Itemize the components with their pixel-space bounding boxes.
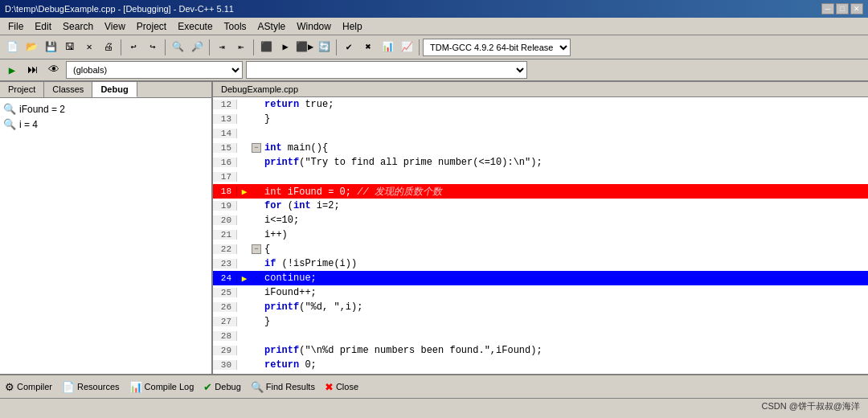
chart-button[interactable]: 📊 — [379, 39, 396, 56]
code-line-31: 31 } — [213, 372, 868, 374]
line-code-19: for (int i=2; — [261, 200, 868, 211]
code-line-28: 28 — [213, 329, 868, 343]
code-line-21: 21 i++) — [213, 227, 868, 242]
debug-watch-button[interactable]: 👁 — [45, 61, 63, 79]
line-number-24: 24 — [213, 273, 237, 283]
unindent-button[interactable]: ⇤ — [232, 39, 250, 56]
debug-tab-label: Debug — [215, 382, 240, 391]
indent-button[interactable]: ⇥ — [213, 39, 231, 56]
fold-22[interactable]: − — [252, 244, 261, 254]
code-line-15: 15− int main(){ — [213, 141, 868, 155]
rebuild-button[interactable]: 🔄 — [315, 39, 333, 56]
menu-tools[interactable]: Tools — [219, 19, 252, 34]
line-code-12: return true; — [261, 99, 868, 110]
line-code-18: int iFound = 0; // 发现的质数个数 — [261, 185, 868, 199]
compile-run-button[interactable]: ⬛▶ — [296, 39, 313, 56]
bottom-tab-compiler[interactable]: ⚙ Compiler — [5, 381, 52, 393]
code-area[interactable]: 12 return true;13 }1415− int main(){16 p… — [213, 97, 868, 374]
menu-window[interactable]: Window — [292, 19, 336, 34]
line-number-15: 15 — [213, 143, 237, 153]
debug-next-button[interactable]: ⏭ — [24, 61, 42, 79]
scope-select[interactable]: (globals) — [66, 61, 243, 79]
minimize-button[interactable]: ─ — [821, 3, 834, 14]
separator-2 — [165, 39, 166, 55]
debug-step-button[interactable]: ▶ — [3, 61, 21, 79]
line-marker-18: ▶ — [237, 186, 252, 197]
line-code-16: printf("Try to find all prime number(<=1… — [261, 157, 868, 168]
bottom-tab-debug[interactable]: ✔ Debug — [203, 381, 240, 393]
line-number-19: 19 — [213, 201, 237, 211]
menu-execute[interactable]: Execute — [173, 19, 217, 34]
compile-log-icon: 📊 — [129, 381, 142, 393]
compile-button[interactable]: ⬛ — [257, 39, 275, 56]
tab-classes[interactable]: Classes — [44, 82, 92, 97]
title-text: D:\temp\DebugExample.cpp - [Debugging] -… — [5, 4, 234, 14]
find-results-tab-label: Find Results — [266, 382, 315, 391]
value-select[interactable] — [246, 61, 527, 79]
run-button[interactable]: ▶ — [276, 39, 294, 56]
new-button[interactable]: 📄 — [3, 39, 21, 56]
tab-project[interactable]: Project — [0, 82, 44, 97]
open-button[interactable]: 📂 — [23, 39, 40, 56]
menu-search[interactable]: Search — [58, 19, 98, 34]
bottom-tab-compile-log[interactable]: 📊 Compile Log — [129, 381, 194, 393]
undo-button[interactable]: ↩ — [125, 39, 142, 56]
line-number-23: 23 — [213, 259, 237, 268]
stop-button[interactable]: ✖ — [359, 39, 377, 56]
bottom-tab-close[interactable]: ✖ Close — [325, 381, 358, 393]
code-line-30: 30 return 0; — [213, 358, 868, 372]
chart2-button[interactable]: 📈 — [398, 39, 416, 56]
debug-button[interactable]: ✔ — [340, 39, 358, 56]
maximize-button[interactable]: □ — [836, 3, 849, 14]
close-file-button[interactable]: ✕ — [80, 39, 98, 56]
line-code-24: continue; — [261, 273, 868, 284]
bottom-tab-resources[interactable]: 📄 Resources — [62, 381, 120, 393]
redo-button[interactable]: ↪ — [144, 39, 162, 56]
line-number-30: 30 — [213, 360, 237, 370]
bottom-tabs: ⚙ Compiler 📄 Resources 📊 Compile Log ✔ D… — [0, 374, 868, 398]
line-code-27: } — [261, 316, 868, 327]
menu-file[interactable]: File — [3, 19, 28, 34]
line-code-21: i++) — [261, 229, 868, 240]
replace-button[interactable]: 🔎 — [188, 39, 206, 56]
line-number-12: 12 — [213, 100, 237, 109]
save-button[interactable]: 💾 — [42, 39, 59, 56]
tab-debug[interactable]: Debug — [92, 82, 137, 97]
code-line-17: 17 — [213, 170, 868, 184]
fold-15[interactable]: − — [252, 143, 261, 153]
debug-check-icon: ✔ — [203, 381, 212, 393]
line-number-18: 18 — [213, 186, 237, 196]
code-line-26: 26 printf("%d, ",i); — [213, 300, 868, 314]
line-code-25: iFound++; — [261, 287, 868, 298]
bottom-tab-find-results[interactable]: 🔍 Find Results — [251, 381, 315, 393]
line-number-16: 16 — [213, 158, 237, 167]
menu-edit[interactable]: Edit — [30, 19, 56, 34]
code-line-29: 29 printf("\n%d prime numbers been found… — [213, 343, 868, 358]
menu-project[interactable]: Project — [132, 19, 171, 34]
menu-view[interactable]: View — [100, 19, 130, 34]
debug-icon-i: 🔍 — [3, 118, 16, 130]
panel-tabs: Project Classes Debug — [0, 82, 211, 98]
line-code-22: { — [261, 244, 868, 255]
toolbar-debug: ▶ ⏭ 👁 (globals) — [0, 59, 868, 82]
save-all-button[interactable]: 🖫 — [61, 39, 79, 56]
title-bar: D:\temp\DebugExample.cpp - [Debugging] -… — [0, 0, 868, 18]
separator-4 — [253, 39, 254, 55]
menu-astyle[interactable]: AStyle — [253, 19, 291, 34]
menu-help[interactable]: Help — [338, 19, 367, 34]
title-bar-buttons: ─ □ ✕ — [821, 3, 863, 14]
status-bar: CSDN @饼干叔叔@海洋 — [0, 398, 868, 414]
line-code-23: if (!isPrime(i)) — [261, 258, 868, 269]
compiler-select[interactable]: TDM-GCC 4.9.2 64-bit Release — [423, 39, 571, 56]
code-line-13: 13 } — [213, 112, 868, 126]
debug-item-i: 🔍 i = 4 — [3, 117, 208, 132]
compiler-icon: ⚙ — [5, 381, 14, 393]
close-button[interactable]: ✕ — [850, 3, 863, 14]
find-button[interactable]: 🔍 — [169, 39, 186, 56]
code-line-25: 25 iFound++; — [213, 285, 868, 300]
debug-icon-ifound: 🔍 — [3, 103, 16, 115]
code-tab-filename[interactable]: DebugExample.cpp — [213, 82, 868, 97]
separator-3 — [209, 39, 210, 55]
toolbar-main: 📄 📂 💾 🖫 ✕ 🖨 ↩ ↪ 🔍 🔎 ⇥ ⇤ ⬛ ▶ ⬛▶ 🔄 ✔ ✖ 📊 📈… — [0, 35, 868, 59]
print-button[interactable]: 🖨 — [100, 39, 117, 56]
